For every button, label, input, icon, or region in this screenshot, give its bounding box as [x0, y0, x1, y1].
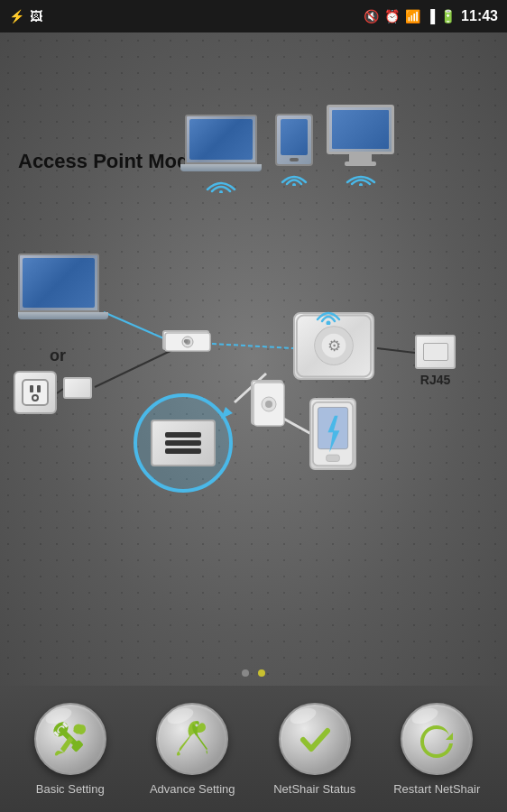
svg-point-8 [219, 190, 223, 193]
monitor-screen [327, 105, 394, 154]
left-laptop [18, 254, 108, 319]
router-wifi-signal [316, 303, 341, 329]
svg-point-26 [265, 401, 272, 408]
wifi-icon: 📶 [405, 9, 420, 23]
alarm-icon: ⏰ [384, 9, 400, 23]
usb-port-inner [151, 420, 216, 466]
outlet-box [14, 371, 57, 414]
usb-highlight-circle [134, 393, 233, 493]
nav-item-restart-netshair[interactable]: Restart NetShair [383, 703, 491, 796]
nav-item-basic-setting[interactable]: Basic Setting [16, 703, 124, 796]
left-laptop-screen [18, 254, 99, 312]
usb-slot-3 [165, 448, 201, 454]
ap-mode-title: Access Point Mode [18, 150, 200, 173]
svg-line-1 [57, 389, 63, 393]
svg-line-2 [95, 348, 176, 387]
rj45-port-container: RJ45 [415, 335, 456, 387]
svg-point-10 [359, 183, 363, 186]
refresh-icon [418, 720, 456, 758]
basic-setting-label: Basic Setting [36, 782, 105, 796]
svg-line-3 [212, 344, 293, 348]
top-devices [180, 105, 394, 198]
svg-rect-13 [37, 385, 41, 392]
svg-point-16 [182, 337, 193, 347]
svg-rect-12 [30, 385, 33, 392]
restart-netshair-label: Restart NetShair [393, 782, 480, 796]
signal-icon: ▐ [426, 9, 435, 23]
status-bar: ⚡ 🖼 🔇 ⏰ 📶 ▐ 🔋 11:43 [0, 0, 507, 32]
check-icon [296, 720, 334, 758]
wrench-double-icon [173, 720, 211, 758]
wifi-waves-1 [203, 175, 239, 198]
laptop-screen-1 [185, 115, 257, 164]
svg-point-23 [327, 321, 331, 326]
monitor-base [345, 161, 376, 166]
svg-line-36 [63, 723, 67, 726]
usb-plug-left [162, 330, 209, 350]
tablet-body [275, 114, 313, 166]
status-icons-left: ⚡ 🖼 [9, 9, 42, 23]
pagination-dots [242, 669, 265, 677]
small-usb-device [251, 380, 283, 425]
power-adapter [63, 377, 92, 399]
battery-icon: 🔋 [440, 9, 456, 23]
nav-item-advance-setting[interactable]: Advance Setting [138, 703, 246, 796]
wrench-icon [51, 720, 89, 758]
laptop-device-1 [180, 115, 262, 198]
usb-connector [162, 330, 209, 350]
main-content: Access Point Mode [0, 32, 507, 686]
svg-rect-31 [327, 455, 340, 461]
wifi-waves-3 [345, 170, 377, 190]
usb-icon: ⚡ [9, 9, 24, 23]
status-icons-right: 🔇 ⏰ 📶 ▐ 🔋 11:43 [364, 8, 498, 24]
laptop-base-1 [180, 164, 262, 171]
rj45-port [415, 335, 456, 369]
monitor-device [327, 105, 394, 190]
basic-setting-button[interactable] [34, 703, 106, 775]
svg-line-35 [54, 732, 58, 735]
tablet-device [275, 114, 313, 190]
usb-slots [165, 432, 201, 454]
usb-slot-2 [165, 440, 201, 446]
restart-netshair-button[interactable] [401, 703, 473, 775]
dot-1 [242, 669, 249, 677]
bottom-nav: Basic Setting Advance Setting NetShair S… [0, 686, 507, 812]
rj45-inner [423, 343, 448, 361]
netshair-status-button[interactable] [279, 703, 351, 775]
svg-text:⚙: ⚙ [327, 337, 341, 355]
mute-icon: 🔇 [364, 9, 379, 23]
nav-item-netshair-status[interactable]: NetShair Status [261, 703, 369, 796]
or-label: or [50, 346, 66, 365]
lightning-device [309, 398, 356, 470]
power-outlet [14, 371, 57, 414]
wifi-waves-2 [280, 170, 309, 190]
image-icon: 🖼 [30, 9, 42, 23]
svg-rect-15 [165, 333, 210, 351]
advance-setting-label: Advance Setting [150, 782, 235, 796]
svg-point-9 [292, 183, 296, 186]
svg-point-17 [185, 339, 190, 345]
rj45-label: RJ45 [420, 373, 450, 387]
svg-line-4 [377, 348, 415, 353]
advance-setting-button[interactable] [156, 703, 228, 775]
dot-2 [258, 669, 265, 677]
left-laptop-base [18, 312, 108, 319]
clock: 11:43 [461, 8, 498, 24]
usb-slot-1 [165, 432, 201, 438]
monitor-stand [349, 154, 372, 161]
netshair-status-label: NetShair Status [273, 782, 355, 796]
